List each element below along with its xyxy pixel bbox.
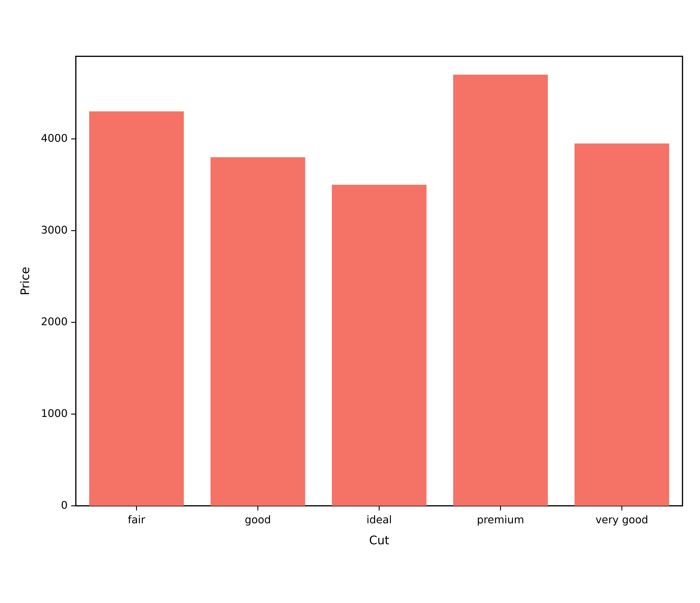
y-axis-label: Price — [18, 267, 32, 295]
bar-very-good — [575, 143, 669, 506]
y-tick-label: 0 — [61, 499, 68, 511]
x-tick-label: fair — [128, 513, 145, 526]
y-tick-label: 4000 — [41, 132, 68, 144]
x-axis-label: Cut — [369, 533, 389, 547]
x-tick-label: good — [245, 513, 271, 526]
y-tick-label: 3000 — [41, 224, 68, 236]
bar-premium — [453, 75, 548, 506]
x-tick-label: very good — [595, 513, 648, 526]
x-tick-label: premium — [477, 513, 524, 526]
bar-good — [210, 157, 305, 506]
y-tick-label: 2000 — [41, 315, 68, 328]
x-tick-label: ideal — [367, 513, 392, 526]
bar-fair — [89, 112, 184, 506]
bar-ideal — [332, 185, 426, 506]
bar-chart: 01000200030004000fairgoodidealpremiumver… — [0, 0, 700, 603]
chart-container: 01000200030004000fairgoodidealpremiumver… — [0, 0, 700, 603]
y-tick-label: 1000 — [41, 407, 68, 419]
